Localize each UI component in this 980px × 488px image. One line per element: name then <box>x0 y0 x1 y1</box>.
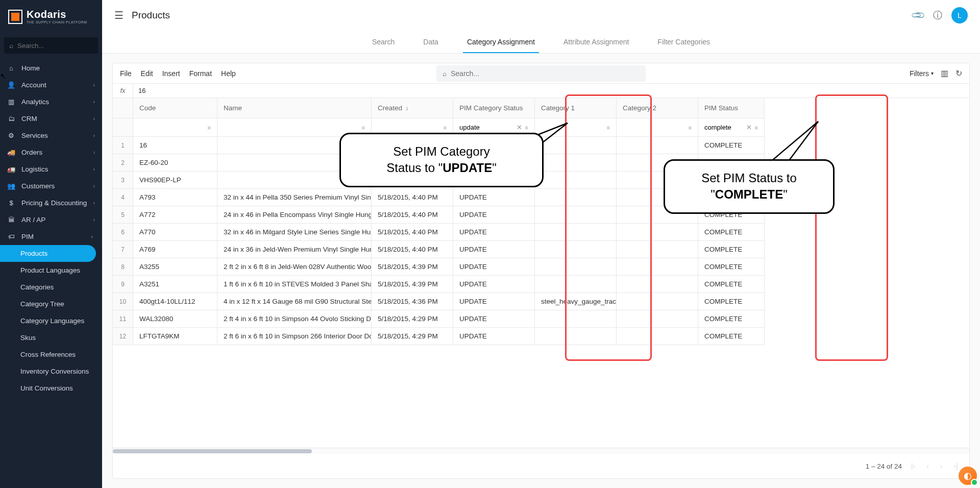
row-number[interactable]: 11 <box>113 310 133 328</box>
menu-help[interactable]: Help <box>221 69 236 78</box>
filter-icon[interactable]: ≡ <box>607 125 610 131</box>
refresh-icon[interactable]: ↻ <box>955 68 962 78</box>
menu-file[interactable]: File <box>120 69 132 78</box>
nav-item-analytics[interactable]: ▥Analytics› <box>0 93 102 110</box>
nav-item-account[interactable]: 👤Account› <box>0 77 102 93</box>
nav-item-home[interactable]: ⌂Home <box>0 60 102 77</box>
sheet-search-input[interactable] <box>451 69 640 78</box>
row-number[interactable]: 1 <box>113 137 133 154</box>
cell-created[interactable]: 5/18/2015, 4:36 PM <box>372 293 453 310</box>
filter-input[interactable] <box>459 124 513 131</box>
nav-item-orders[interactable]: 🚚Orders› <box>0 144 102 161</box>
cell-code[interactable]: A793 <box>133 189 217 206</box>
cell-category-2[interactable] <box>617 137 698 154</box>
filter-icon[interactable]: ≡ <box>755 125 758 131</box>
column-header[interactable]: PIM Status <box>698 98 765 118</box>
filter-icon[interactable]: ≡ <box>444 125 447 131</box>
sheet-search[interactable]: ⌕ <box>436 65 646 82</box>
sidebar-search-input[interactable] <box>17 42 103 50</box>
row-number[interactable]: 3 <box>113 172 133 189</box>
cell-created[interactable]: 5/18/2015, 4:39 PM <box>372 258 453 276</box>
nav-item-pricing-discounting[interactable]: $Pricing & Discounting› <box>0 194 102 211</box>
cell-created[interactable]: 5/18/2015, 4:39 PM <box>372 276 453 293</box>
cell-category-2[interactable] <box>617 241 698 258</box>
cell-pim-category-status[interactable]: UPDATE <box>453 258 535 276</box>
filter-icon[interactable]: ≡ <box>362 125 365 131</box>
cell-category-1[interactable]: steel_heavy_gauge_track <box>535 293 617 310</box>
cell-category-1[interactable] <box>535 328 617 345</box>
cell-pim-status[interactable]: COMPLETE <box>698 224 765 241</box>
menu-format[interactable]: Format <box>189 69 212 78</box>
cell-created[interactable]: 5/18/2015, 4:40 PM <box>372 241 453 258</box>
cell-name[interactable]: 2 ft 6 in x 6 ft 10 in Simpson 266 Inter… <box>217 328 372 345</box>
row-number[interactable]: 8 <box>113 258 133 276</box>
column-header[interactable]: Code <box>133 98 217 118</box>
sub-nav-categories[interactable]: Categories <box>0 279 102 296</box>
row-number[interactable]: 6 <box>113 224 133 241</box>
avatar[interactable]: L <box>951 7 968 23</box>
column-header[interactable]: Created <box>372 98 453 118</box>
cell-pim-status[interactable]: COMPLETE <box>698 310 765 328</box>
filters-button[interactable]: Filters ▾ <box>910 69 934 78</box>
cell-name[interactable]: 24 in x 46 in Pella Encompass Vinyl Sing… <box>217 206 372 224</box>
cell-pim-status[interactable]: COMPLETE <box>698 258 765 276</box>
cell-category-1[interactable] <box>535 310 617 328</box>
cell-name[interactable]: 24 in x 36 in Jeld-Wen Premium Vinyl Sin… <box>217 241 372 258</box>
sub-nav-category-tree[interactable]: Category Tree <box>0 296 102 312</box>
nav-item-services[interactable]: ⚙Services› <box>0 127 102 144</box>
cell-category-2[interactable] <box>617 293 698 310</box>
row-number[interactable]: 4 <box>113 189 133 206</box>
column-filter[interactable]: ✕≡ <box>698 118 765 137</box>
row-number[interactable]: 9 <box>113 276 133 293</box>
row-number[interactable]: 10 <box>113 293 133 310</box>
cell-name[interactable]: 4 in x 12 ft x 14 Gauge 68 mil G90 Struc… <box>217 293 372 310</box>
cell-code[interactable]: WAL32080 <box>133 310 217 328</box>
column-header[interactable]: PIM Category Status <box>453 98 535 118</box>
nav-item-logistics[interactable]: 🚛Logistics› <box>0 161 102 178</box>
cell-pim-category-status[interactable]: UPDATE <box>453 206 535 224</box>
cell-name[interactable]: 2 ft 2 in x 6 ft 8 in Jeld-Wen 028V Auth… <box>217 258 372 276</box>
cell-created[interactable]: 5/18/2015, 4:40 PM <box>372 224 453 241</box>
cell-pim-status[interactable]: COMPLETE <box>698 137 765 154</box>
page-prev-icon[interactable]: ‹ <box>924 460 931 472</box>
cell-code[interactable]: 16 <box>133 137 217 154</box>
column-filter[interactable]: ≡ <box>133 118 217 137</box>
menu-insert[interactable]: Insert <box>162 69 180 78</box>
menu-toggle-icon[interactable]: ☰ <box>114 9 124 21</box>
tab-filter-categories[interactable]: Filter Categories <box>653 31 714 53</box>
cell-category-2[interactable] <box>617 310 698 328</box>
column-filter[interactable]: ≡ <box>617 118 698 137</box>
cell-code[interactable]: A3251 <box>133 276 217 293</box>
cell-category-1[interactable] <box>535 206 617 224</box>
sub-nav-category-languages[interactable]: Category Languages <box>0 312 102 329</box>
cell-category-1[interactable] <box>535 258 617 276</box>
horizontal-scrollbar[interactable] <box>113 448 969 454</box>
cell-code[interactable]: A3255 <box>133 258 217 276</box>
cell-category-1[interactable] <box>535 276 617 293</box>
clear-icon[interactable]: ✕ <box>746 124 752 131</box>
filter-icon[interactable]: ≡ <box>689 125 692 131</box>
cell-code[interactable]: 400gt14-10LL/112 <box>133 293 217 310</box>
help-icon[interactable]: ⓘ <box>933 9 942 21</box>
cell-category-2[interactable] <box>617 258 698 276</box>
page-first-icon[interactable]: |‹ <box>909 460 917 472</box>
filter-icon[interactable]: ≡ <box>208 125 211 131</box>
tab-attribute-assignment[interactable]: Attribute Assignment <box>559 31 633 53</box>
columns-icon[interactable]: ▥ <box>941 68 948 78</box>
cell-name[interactable]: 1 ft 6 in x 6 ft 10 in STEVES Molded 3 P… <box>217 276 372 293</box>
menu-edit[interactable]: Edit <box>141 69 153 78</box>
cell-pim-category-status[interactable]: UPDATE <box>453 276 535 293</box>
cell-code[interactable]: A770 <box>133 224 217 241</box>
sub-nav-skus[interactable]: Skus <box>0 329 102 346</box>
sub-nav-unit-conversions[interactable]: Unit Conversions <box>0 380 102 397</box>
cell-created[interactable]: 5/18/2015, 4:29 PM <box>372 328 453 345</box>
filter-input[interactable] <box>704 124 743 131</box>
cell-category-1[interactable] <box>535 154 617 172</box>
cell-category-1[interactable] <box>535 189 617 206</box>
sidebar-search[interactable]: ⌕ <box>4 37 98 54</box>
nav-item-crm[interactable]: 🗂CRM› <box>0 110 102 127</box>
fx-value[interactable]: 16 <box>133 84 969 97</box>
sub-nav-products[interactable]: Products <box>0 245 96 262</box>
cell-pim-status[interactable]: COMPLETE <box>698 241 765 258</box>
attachment-icon[interactable]: 📎 <box>910 7 926 23</box>
